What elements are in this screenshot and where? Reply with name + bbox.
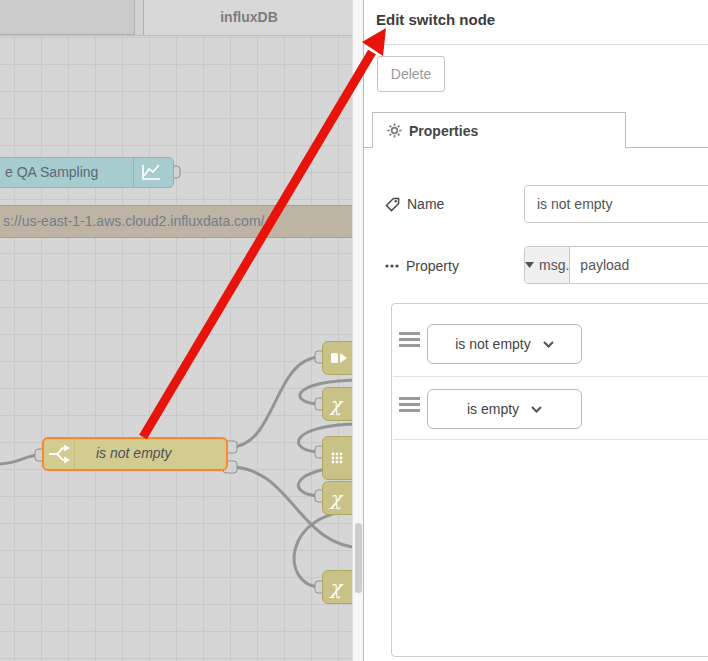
- name-field-label: Name: [385, 196, 444, 212]
- switch-rules-list: is not empty is empty: [391, 303, 708, 657]
- divider: [364, 147, 372, 148]
- drag-handle-icon[interactable]: [399, 397, 420, 415]
- node-label: is not empty: [96, 445, 171, 461]
- influxdb-node[interactable]: s://us-east-1-1.aws.cloud2.influxdata.co…: [0, 205, 363, 238]
- workspace-tab-influxdb[interactable]: influxDB: [143, 0, 355, 35]
- tab-properties[interactable]: Properties: [372, 112, 626, 148]
- caret-down-icon: [525, 262, 534, 268]
- chart-node-qa-sampling[interactable]: e QA Sampling: [0, 157, 174, 188]
- rule-1-operator-select[interactable]: is not empty: [427, 324, 582, 364]
- delete-button[interactable]: Delete: [377, 56, 445, 92]
- chevron-down-icon: [531, 406, 542, 413]
- panel-title: Edit switch node: [376, 11, 495, 28]
- property-field-label: Property: [385, 258, 459, 274]
- chevron-down-icon: [543, 341, 554, 348]
- node-red-editor: influxDB e QA Sampling s://us-east-1-1.a…: [0, 0, 708, 661]
- chi-icon: χ: [330, 578, 342, 597]
- workspace-tab-other[interactable]: [0, 0, 135, 35]
- label-text: Name: [407, 196, 444, 212]
- switch-branch-icon: [44, 439, 75, 469]
- grid-dots-icon: [330, 451, 344, 465]
- gear-icon: [387, 123, 402, 138]
- drag-handle-icon[interactable]: [399, 332, 420, 350]
- type-prefix: msg.: [539, 257, 569, 273]
- label-text: Property: [406, 258, 459, 274]
- divider: [626, 147, 708, 148]
- ellipsis-icon: [385, 263, 399, 269]
- name-input[interactable]: [524, 185, 708, 223]
- chi-icon: χ: [330, 395, 342, 414]
- template-icon: [330, 350, 348, 366]
- node-label: s://us-east-1-1.aws.cloud2.influxdata.co…: [3, 213, 272, 229]
- scrollbar-thumb[interactable]: [355, 523, 362, 593]
- property-type-button[interactable]: msg.: [525, 247, 570, 283]
- chi-icon: χ: [330, 489, 342, 508]
- divider: [393, 439, 708, 440]
- flow-canvas[interactable]: influxDB e QA Sampling s://us-east-1-1.a…: [0, 0, 363, 661]
- property-value-input[interactable]: [570, 247, 708, 283]
- divider: [364, 44, 708, 45]
- node-label: e QA Sampling: [5, 164, 98, 180]
- canvas-scrollbar[interactable]: [352, 0, 363, 661]
- switch-node-selected[interactable]: is not empty: [42, 437, 228, 471]
- rule-row-1: is not empty: [392, 304, 708, 376]
- wire-into-switch: [0, 455, 40, 464]
- line-chart-icon: [133, 158, 167, 187]
- wires-layer: [0, 0, 363, 661]
- workspace-tab-bar: influxDB: [0, 0, 363, 36]
- tag-icon: [385, 197, 400, 212]
- rule-row-2: is empty: [392, 369, 708, 441]
- selected-operator: is not empty: [455, 336, 530, 352]
- selected-operator: is empty: [467, 401, 519, 417]
- property-typed-input: msg.: [524, 246, 708, 284]
- tab-label: Properties: [409, 123, 478, 139]
- edit-switch-node-panel: Edit switch node Delete Properties: [363, 0, 708, 661]
- rule-2-operator-select[interactable]: is empty: [427, 389, 582, 429]
